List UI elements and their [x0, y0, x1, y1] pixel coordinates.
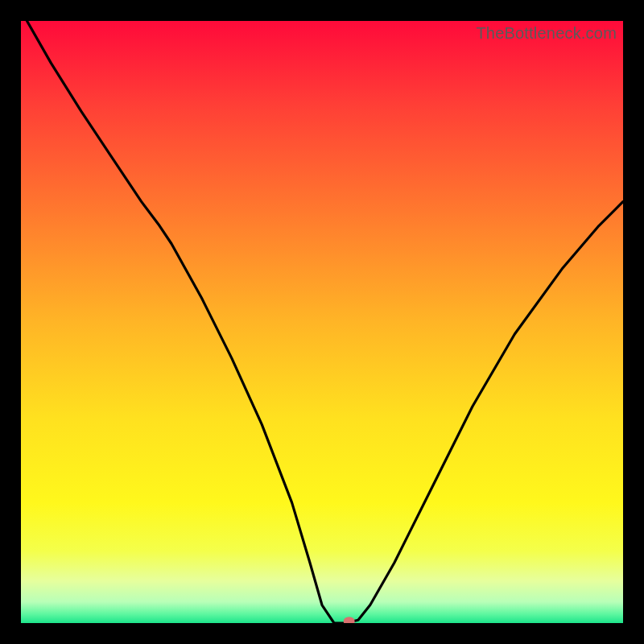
watermark-text: TheBottleneck.com [476, 24, 617, 43]
bottleneck-chart [21, 21, 623, 623]
chart-frame: TheBottleneck.com [21, 21, 623, 623]
gradient-background [21, 21, 623, 623]
